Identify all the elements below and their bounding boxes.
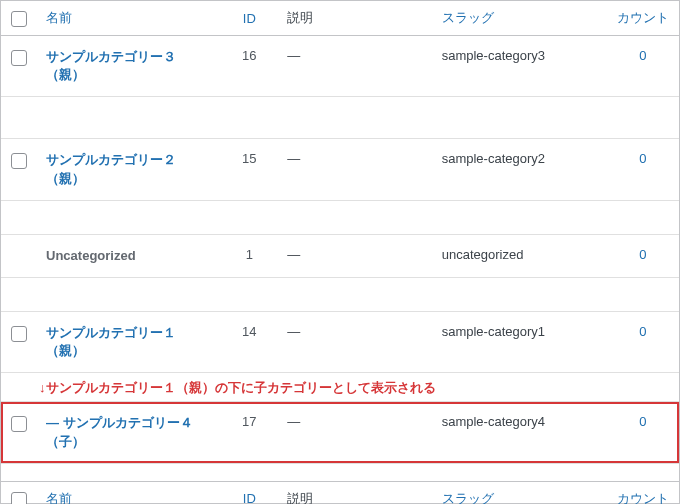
- row-count-link[interactable]: 0: [639, 48, 646, 63]
- category-table-wrap: 名前 ID 説明 スラッグ カウント サンプルカテゴリー３（親）16—sampl…: [0, 0, 680, 504]
- row-count-link[interactable]: 0: [639, 247, 646, 262]
- row-description: —: [277, 311, 432, 372]
- row-name-link[interactable]: サンプルカテゴリー２（親）: [46, 152, 176, 185]
- row-name-link[interactable]: — サンプルカテゴリー４（子）: [46, 415, 193, 448]
- footer-select-all[interactable]: [1, 481, 36, 504]
- row-checkbox-cell: [1, 402, 36, 463]
- header-count[interactable]: カウント: [607, 1, 679, 36]
- row-checkbox[interactable]: [11, 153, 27, 169]
- row-description: —: [277, 402, 432, 463]
- table-header-row: 名前 ID 説明 スラッグ カウント: [1, 1, 679, 36]
- row-name-link[interactable]: サンプルカテゴリー１（親）: [46, 325, 176, 358]
- annotation-row: ↓サンプルカテゴリー１（親）の下に子カテゴリーとして表示される: [1, 373, 679, 402]
- spacer-row: [1, 463, 679, 481]
- row-checkbox-cell: [1, 234, 36, 277]
- table-footer-row: 名前 ID 説明 スラッグ カウント: [1, 481, 679, 504]
- row-slug: sample-category2: [432, 139, 607, 200]
- row-id: 16: [222, 36, 278, 97]
- spacer-row: [1, 200, 679, 234]
- row-count-cell: 0: [607, 234, 679, 277]
- row-count-cell: 0: [607, 36, 679, 97]
- footer-slug[interactable]: スラッグ: [432, 481, 607, 504]
- row-id: 14: [222, 311, 278, 372]
- row-description: —: [277, 139, 432, 200]
- row-count-link[interactable]: 0: [639, 414, 646, 429]
- category-table: 名前 ID 説明 スラッグ カウント サンプルカテゴリー３（親）16—sampl…: [1, 1, 679, 504]
- footer-description: 説明: [277, 481, 432, 504]
- footer-name[interactable]: 名前: [36, 481, 221, 504]
- table-row: Uncategorized1—uncategorized0: [1, 234, 679, 277]
- row-count-cell: 0: [607, 402, 679, 463]
- table-row: サンプルカテゴリー２（親）15—sample-category20: [1, 139, 679, 200]
- header-id[interactable]: ID: [222, 1, 278, 36]
- row-slug: sample-category4: [432, 402, 607, 463]
- row-count-link[interactable]: 0: [639, 151, 646, 166]
- row-checkbox-cell: [1, 36, 36, 97]
- row-name-cell: Uncategorized: [36, 234, 221, 277]
- row-id: 1: [222, 234, 278, 277]
- spacer-row: [1, 277, 679, 311]
- header-slug[interactable]: スラッグ: [432, 1, 607, 36]
- row-checkbox[interactable]: [11, 326, 27, 342]
- row-description: —: [277, 234, 432, 277]
- row-count-link[interactable]: 0: [639, 324, 646, 339]
- row-id: 17: [222, 402, 278, 463]
- row-slug: sample-category3: [432, 36, 607, 97]
- row-count-cell: 0: [607, 311, 679, 372]
- row-checkbox-cell: [1, 139, 36, 200]
- row-checkbox[interactable]: [11, 50, 27, 66]
- row-checkbox-cell: [1, 311, 36, 372]
- row-name-cell: — サンプルカテゴリー４（子）: [36, 402, 221, 463]
- header-description: 説明: [277, 1, 432, 36]
- row-slug: sample-category1: [432, 311, 607, 372]
- row-count-cell: 0: [607, 139, 679, 200]
- table-row: — サンプルカテゴリー４（子）17—sample-category40: [1, 402, 679, 463]
- footer-count[interactable]: カウント: [607, 481, 679, 504]
- row-slug: uncategorized: [432, 234, 607, 277]
- row-description: —: [277, 36, 432, 97]
- row-name-cell: サンプルカテゴリー３（親）: [36, 36, 221, 97]
- row-name-cell: サンプルカテゴリー２（親）: [36, 139, 221, 200]
- select-all-checkbox-footer[interactable]: [11, 492, 27, 504]
- table-row: サンプルカテゴリー３（親）16—sample-category30: [1, 36, 679, 97]
- table-row: サンプルカテゴリー１（親）14—sample-category10: [1, 311, 679, 372]
- row-name-link[interactable]: Uncategorized: [46, 248, 136, 263]
- select-all-checkbox[interactable]: [11, 11, 27, 27]
- row-name-link[interactable]: サンプルカテゴリー３（親）: [46, 49, 176, 82]
- header-select-all[interactable]: [1, 1, 36, 36]
- row-id: 15: [222, 139, 278, 200]
- spacer-row: [1, 97, 679, 139]
- header-name[interactable]: 名前: [36, 1, 221, 36]
- annotation-text: ↓サンプルカテゴリー１（親）の下に子カテゴリーとして表示される: [1, 373, 679, 402]
- row-checkbox[interactable]: [11, 416, 27, 432]
- row-name-cell: サンプルカテゴリー１（親）: [36, 311, 221, 372]
- footer-id[interactable]: ID: [222, 481, 278, 504]
